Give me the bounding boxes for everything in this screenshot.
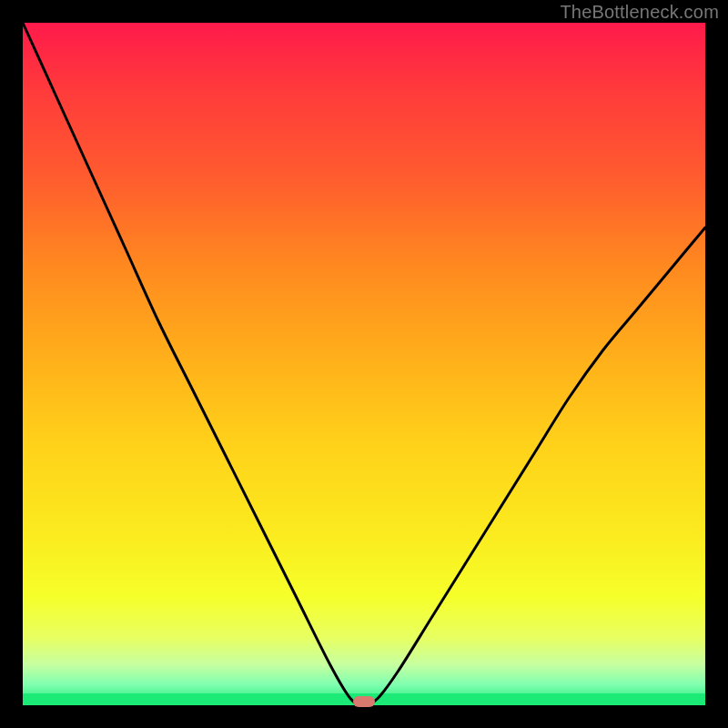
- curve-svg: [23, 23, 705, 705]
- optimum-marker: [353, 696, 375, 707]
- plot-area: [23, 23, 705, 705]
- watermark-text: TheBottleneck.com: [560, 2, 719, 23]
- bottleneck-curve: [23, 23, 705, 705]
- chart-frame: TheBottleneck.com: [0, 0, 728, 728]
